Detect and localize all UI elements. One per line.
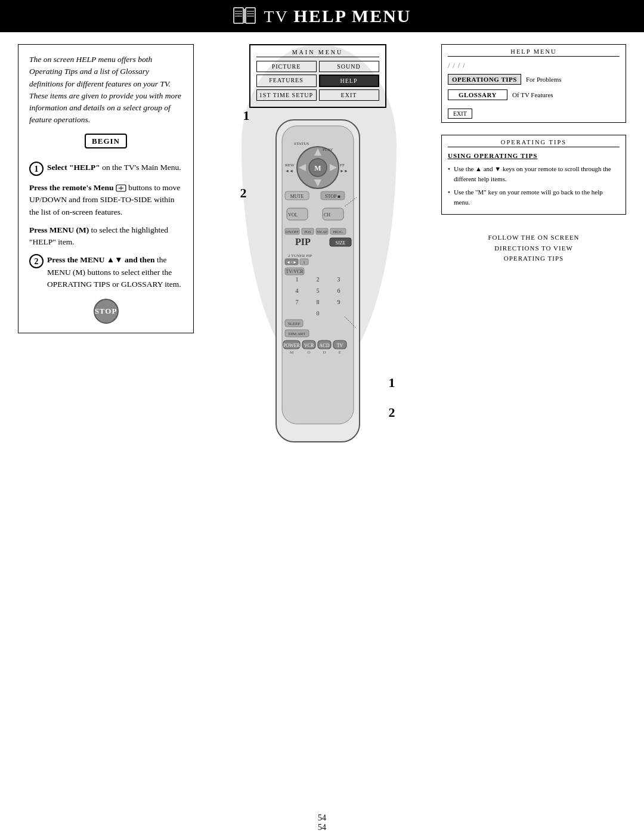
operating-tips-btn[interactable]: OPERATIONG TIPS <box>448 74 521 85</box>
tip-item-2: Use the "M" key on your remote will go b… <box>448 187 620 207</box>
press-remote-text: Press the remote's Menu buttons to move … <box>29 182 182 218</box>
tips-title: USING OPERATING TIPS <box>448 152 620 159</box>
svg-text:STATUS: STATUS <box>294 141 309 146</box>
step2-item: 2 Press the MENU ▲▼ and then the MENU (M… <box>29 254 182 290</box>
svg-text:◄◄: ◄◄ <box>285 169 293 174</box>
floating-step-1a: 1 <box>243 108 250 123</box>
svg-text:FF: FF <box>340 163 345 168</box>
tips-list: Use the ▲ and ▼ keys on your remote to s… <box>448 164 620 207</box>
tv-btn-help: HELP <box>319 75 379 87</box>
glossary-desc: Of TV Features <box>512 91 553 98</box>
svg-text:PLAY: PLAY <box>323 147 333 152</box>
tv-screen: MAIN MENU PICTURE SOUND FEATURES HELP 1S… <box>249 44 386 108</box>
floating-step-2b: 2 <box>389 405 395 420</box>
follow-line2: DIRECTIONS TO VIEW <box>441 243 626 254</box>
svg-text:TV: TV <box>336 343 343 348</box>
help-menu-box: HELP MENU / / / / OPERATIONG TIPS For Pr… <box>441 44 626 123</box>
svg-text:VCR: VCR <box>304 343 314 348</box>
tv-btn-exit: EXIT <box>319 89 379 101</box>
page-title: TV HELP MENU <box>264 6 411 26</box>
svg-text:VOL: VOL <box>288 212 298 218</box>
center-content: MAIN MENU PICTURE SOUND FEATURES HELP 1S… <box>206 44 429 462</box>
follow-text: FOLLOW THE ON SCREEN DIRECTIONS TO VIEW … <box>441 233 626 264</box>
page-header: TV HELP MENU <box>0 0 644 32</box>
svg-text:1: 1 <box>295 276 298 283</box>
begin-badge: BEGIN <box>85 134 127 149</box>
svg-text:CH: CH <box>324 212 330 218</box>
svg-text:TV/VCR: TV/VCR <box>286 269 304 274</box>
svg-text:M: M <box>314 164 321 172</box>
page-number: 54 <box>0 813 644 823</box>
center-panel: MAIN MENU PICTURE SOUND FEATURES HELP 1S… <box>206 44 429 795</box>
svg-text:PIP: PIP <box>295 237 311 247</box>
tv-btn-1st-time: 1ST TIME SETUP <box>256 89 317 101</box>
svg-text:7: 7 <box>295 299 298 305</box>
stop-badge: STOP <box>29 299 182 324</box>
svg-text:SIZE: SIZE <box>335 240 345 246</box>
svg-text:STOP ■: STOP ■ <box>325 194 340 199</box>
follow-line1: FOLLOW THE ON SCREEN <box>441 233 626 243</box>
svg-text:3: 3 <box>337 276 340 283</box>
svg-text:SW.AP: SW.AP <box>317 230 327 234</box>
svg-text:REW: REW <box>285 163 295 168</box>
svg-text:5: 5 <box>316 287 319 294</box>
svg-text:ON/OFF: ON/OFF <box>286 230 299 234</box>
svg-text:PROG.: PROG. <box>333 230 343 234</box>
intro-text: The on screen HELP menu offers both Oper… <box>29 54 182 126</box>
svg-text:DIM ART: DIM ART <box>288 332 305 336</box>
stop-circle: STOP <box>94 299 119 324</box>
svg-text:POWER: POWER <box>283 343 301 348</box>
svg-text:1: 1 <box>303 260 305 265</box>
remote-control: M PLAY STATUS REW FF ◄◄ ►► MU <box>252 114 383 460</box>
svg-text:O: O <box>307 350 310 355</box>
svg-text:M: M <box>289 350 293 355</box>
floating-step-1b: 1 <box>389 375 395 391</box>
svg-text:4: 4 <box>295 287 298 294</box>
right-panel: HELP MENU / / / / OPERATIONG TIPS For Pr… <box>441 44 626 795</box>
svg-text:POS: POS <box>304 230 311 234</box>
tv-screen-label: MAIN MENU <box>256 49 379 57</box>
remote-area: 1 2 1 2 M <box>252 114 383 462</box>
svg-text:2 TUNER PIP: 2 TUNER PIP <box>288 253 312 258</box>
svg-rect-1 <box>246 8 255 23</box>
operating-tips-row: OPERATIONG TIPS For Problems <box>448 74 620 85</box>
operating-tips-desc: For Problems <box>526 76 562 83</box>
tv-btn-features: FEATURES <box>256 75 317 87</box>
left-panel: The on screen HELP menu offers both Oper… <box>18 44 194 333</box>
main-content: The on screen HELP menu offers both Oper… <box>0 32 644 807</box>
tv-menu-grid-2: 1ST TIME SETUP EXIT <box>256 89 379 101</box>
step1-text: Select "HELP" on the TV's Main Menu. <box>47 162 181 174</box>
step1-circle: 1 <box>29 162 44 176</box>
svg-text:6: 6 <box>337 287 340 294</box>
menu-icon <box>116 184 126 192</box>
operating-tips-label: OPERATING TIPS <box>448 139 620 147</box>
svg-text:9: 9 <box>337 299 340 305</box>
svg-text:8: 8 <box>316 299 319 305</box>
help-menu-label: HELP MENU <box>448 48 620 57</box>
press-menu-text: Press MENU (M) to select the highlighted… <box>29 224 182 249</box>
follow-line3: OPERATING TIPS <box>441 253 626 264</box>
tv-btn-picture: PICTURE <box>256 61 317 72</box>
svg-text:◄+►: ◄+► <box>286 260 297 265</box>
floating-step-2a: 2 <box>240 185 247 201</box>
tv-menu-grid: PICTURE SOUND FEATURES HELP <box>256 61 379 87</box>
slash-arrows: / / / / <box>448 61 620 70</box>
svg-text:2: 2 <box>316 276 319 283</box>
operating-tips-box: OPERATING TIPS USING OPERATING TIPS Use … <box>441 135 626 215</box>
book-icon <box>233 7 256 26</box>
glossary-row: GLOSSARY Of TV Features <box>448 89 620 100</box>
help-exit-btn[interactable]: EXIT <box>448 109 472 119</box>
page-footer: 54 54 <box>0 807 644 833</box>
glossary-btn[interactable]: GLOSSARY <box>448 89 507 100</box>
svg-text:D: D <box>323 350 326 355</box>
svg-text:SLEEP: SLEEP <box>287 321 300 326</box>
step2-circle: 2 <box>29 254 44 268</box>
svg-text:MUTE: MUTE <box>290 194 304 199</box>
svg-text:►►: ►► <box>340 169 348 174</box>
svg-text:0: 0 <box>316 310 319 317</box>
page-number2: 54 <box>0 823 644 832</box>
step2-text: Press the MENU ▲▼ and then the MENU (M) … <box>47 254 182 290</box>
svg-text:ACD: ACD <box>319 343 329 348</box>
svg-rect-0 <box>234 8 243 23</box>
tv-btn-sound: SOUND <box>319 61 379 72</box>
